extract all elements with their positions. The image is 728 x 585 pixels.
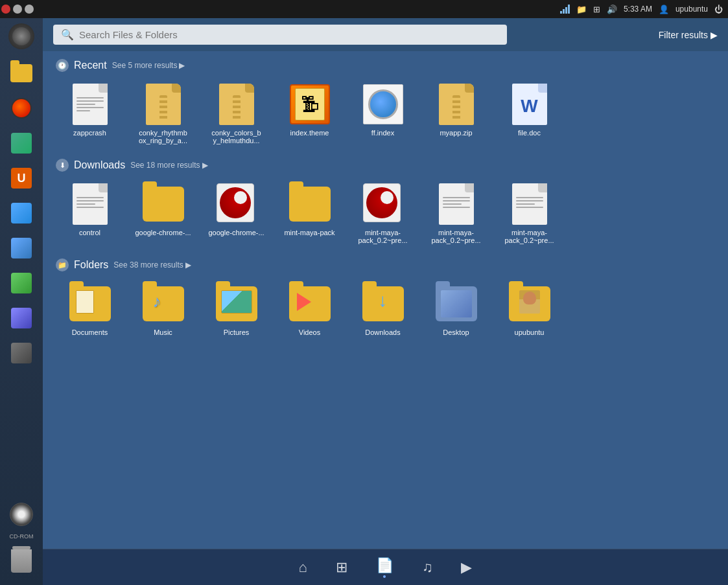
file-item-indextheme[interactable]: 🗜 index.theme xyxy=(276,78,344,148)
file-item-documents[interactable]: Documents xyxy=(56,278,124,340)
sidebar-item-grid[interactable] xyxy=(5,337,38,369)
search-input[interactable] xyxy=(79,29,499,40)
file-item-videos[interactable]: Videos xyxy=(276,278,344,340)
file-name: google-chrome-... xyxy=(208,229,264,236)
recent-icon: 🕐 xyxy=(56,59,69,72)
minimize-button[interactable] xyxy=(13,5,22,14)
section-folders: 📁 Folders See 38 more results ▶ Document… xyxy=(56,258,715,340)
folders-icon: 📁 xyxy=(56,258,69,271)
file-name: ff.index xyxy=(371,129,394,137)
bottom-bar-home[interactable]: ⌂ xyxy=(294,556,312,579)
cdrom-label: CD-ROM xyxy=(10,533,34,540)
main-content: 🔍 Filter results ▶ 🕐 Recent See 5 more r… xyxy=(43,18,728,585)
file-item-downloads-folder[interactable]: ↓ Downloads xyxy=(349,278,417,340)
bottom-bar-video[interactable]: ▶ xyxy=(456,556,477,579)
file-name: upubuntu xyxy=(515,328,545,336)
downloads-icon: ⬇ xyxy=(56,159,69,172)
bottom-bar-files[interactable]: 📄 xyxy=(371,555,399,580)
sidebar-item-network2[interactable] xyxy=(5,302,38,334)
section-folders-header: 📁 Folders See 38 more results ▶ xyxy=(56,258,715,271)
file-name: Desktop xyxy=(443,328,469,336)
file-item-mint-folder[interactable]: mint-maya-pack xyxy=(276,178,344,248)
volume-icon[interactable]: 🔊 xyxy=(607,5,617,14)
file-item-control[interactable]: control xyxy=(56,178,124,248)
sidebar: U CD-ROM xyxy=(0,18,43,585)
section-recent: 🕐 Recent See 5 more results ▶ xyxy=(56,59,715,148)
file-item-zappcrash[interactable]: zappcrash xyxy=(56,78,124,148)
file-item-upubuntu[interactable]: upubuntu xyxy=(495,278,563,340)
window-icon[interactable]: ⊞ xyxy=(593,5,600,14)
file-item-mint-deb1[interactable]: mint-maya-pack_0.2~pre... xyxy=(349,178,417,248)
sidebar-item-writer[interactable] xyxy=(5,232,38,264)
bottom-bar-music[interactable]: ♫ xyxy=(417,556,438,579)
file-name: zappcrash xyxy=(73,129,106,137)
file-item-music[interactable]: ♪ Music xyxy=(129,278,197,340)
sidebar-item-files[interactable] xyxy=(5,57,38,89)
file-item-pictures[interactable]: Pictures xyxy=(202,278,270,340)
user-icon: 👤 xyxy=(659,5,669,14)
downloads-title: Downloads xyxy=(74,159,125,171)
file-item-mint-doc1[interactable]: mint-maya-pack_0.2~pre... xyxy=(422,178,490,248)
bottom-bar: ⌂ ⊞ 📄 ♫ ▶ xyxy=(43,549,728,585)
file-name: myapp.zip xyxy=(440,129,472,137)
recent-file-grid: zappcrash conky_rhythmb ox_ring_by_a... … xyxy=(56,78,715,148)
file-item-chrome-folder1[interactable]: google-chrome-... xyxy=(129,178,197,248)
chevron-right-icon: ▶ xyxy=(710,30,718,40)
sections-container: 🕐 Recent See 5 more results ▶ xyxy=(43,51,728,549)
active-indicator xyxy=(383,575,386,578)
sidebar-item-calc[interactable] xyxy=(5,267,38,299)
section-recent-header: 🕐 Recent See 5 more results ▶ xyxy=(56,59,715,72)
folders-file-grid: Documents ♪ Music xyxy=(56,278,715,340)
file-name: Documents xyxy=(72,328,108,336)
home-icon: ⌂ xyxy=(299,559,307,576)
chevron-icon: ▶ xyxy=(185,260,191,270)
window-controls xyxy=(0,0,35,18)
file-name: Pictures xyxy=(224,328,250,336)
file-name: index.theme xyxy=(290,129,329,137)
file-item-filedoc[interactable]: W file.doc xyxy=(495,78,563,148)
video-icon: ▶ xyxy=(461,559,472,576)
file-name: google-chrome-... xyxy=(135,229,191,236)
network-icon xyxy=(560,5,570,14)
file-name: mint-maya-pack_0.2~pre... xyxy=(499,229,559,244)
topbar-right: 📁 ⊞ 🔊 5:33 AM 👤 upubuntu ⏻ xyxy=(560,5,723,14)
downloads-more[interactable]: See 18 more results ▶ xyxy=(130,161,207,170)
chevron-icon: ▶ xyxy=(179,61,185,70)
maximize-button[interactable] xyxy=(25,5,34,14)
folders-more[interactable]: See 38 more results ▶ xyxy=(113,260,191,270)
sidebar-item-trash[interactable] xyxy=(5,545,38,577)
file-name: mint-maya-pack xyxy=(284,229,335,236)
file-name: mint-maya-pack_0.2~pre... xyxy=(353,229,413,244)
file-item-myappzip[interactable]: myapp.zip xyxy=(422,78,490,148)
sidebar-item-firefox[interactable] xyxy=(5,92,38,124)
file-name: conky_rhythmb ox_ring_by_a... xyxy=(133,129,193,144)
file-name: control xyxy=(79,229,100,236)
folder-icon[interactable]: 📁 xyxy=(576,5,587,14)
search-icon: 🔍 xyxy=(61,29,74,41)
sidebar-item-network[interactable] xyxy=(5,197,38,229)
file-item-mint-doc2[interactable]: mint-maya-pack_0.2~pre... xyxy=(495,178,563,248)
bottom-bar-apps[interactable]: ⊞ xyxy=(331,556,353,579)
file-item-ffindex[interactable]: ff.index xyxy=(349,78,417,148)
file-item-conky2[interactable]: conky_colors_b y_helmuthdu... xyxy=(202,78,270,148)
file-name: mint-maya-pack_0.2~pre... xyxy=(426,229,486,244)
recent-more[interactable]: See 5 more results ▶ xyxy=(112,61,185,70)
filter-results-button[interactable]: Filter results ▶ xyxy=(659,30,718,40)
apps-icon: ⊞ xyxy=(336,559,347,576)
music-icon: ♫ xyxy=(422,559,433,576)
sidebar-item-ubuntu-one[interactable]: U xyxy=(5,162,38,194)
file-item-chrome-deb[interactable]: google-chrome-... xyxy=(202,178,270,248)
close-button[interactable] xyxy=(1,5,10,14)
recent-title: Recent xyxy=(74,60,107,71)
sidebar-item-cdrom[interactable] xyxy=(5,498,38,531)
chevron-icon: ▶ xyxy=(202,161,208,170)
ubuntu-logo[interactable] xyxy=(8,23,34,49)
file-item-conky1[interactable]: conky_rhythmb ox_ring_by_a... xyxy=(129,78,197,148)
search-container[interactable]: 🔍 xyxy=(53,25,507,45)
files-icon: 📄 xyxy=(376,557,393,574)
file-item-desktop[interactable]: Desktop xyxy=(422,278,490,340)
section-downloads: ⬇ Downloads See 18 more results ▶ xyxy=(56,159,715,248)
file-name: Videos xyxy=(299,328,320,336)
power-icon[interactable]: ⏻ xyxy=(714,5,723,14)
sidebar-item-mint[interactable] xyxy=(5,127,38,159)
